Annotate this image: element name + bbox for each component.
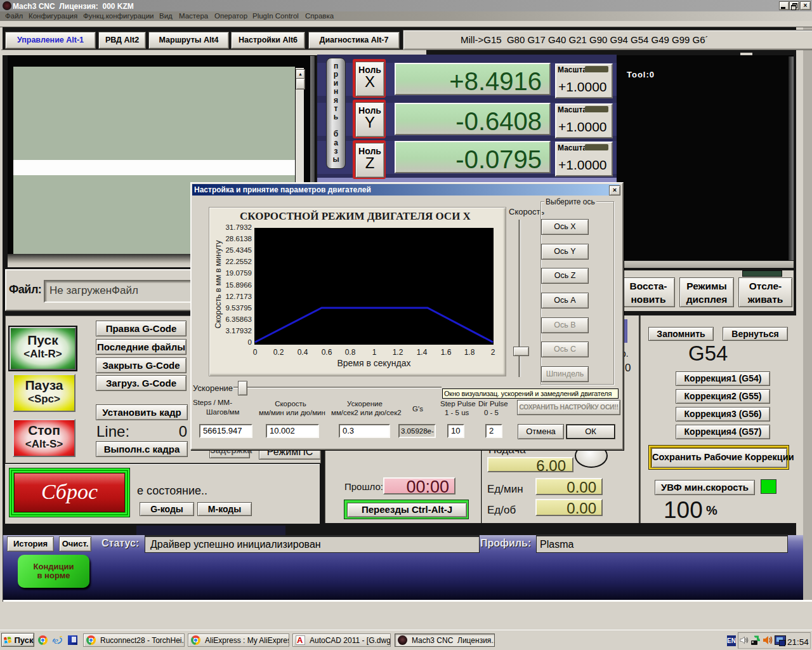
- svg-text:e: e: [54, 635, 58, 646]
